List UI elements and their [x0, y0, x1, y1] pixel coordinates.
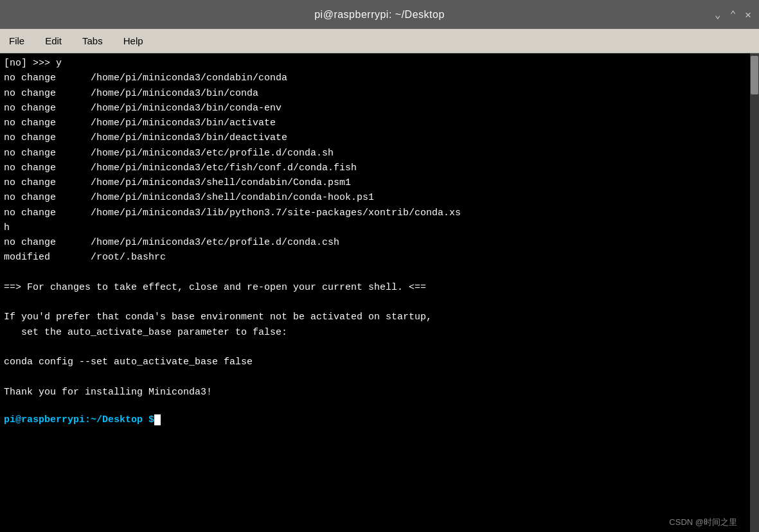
titlebar-controls: ⌄ ⌃ ✕	[715, 8, 751, 21]
minimize-icon[interactable]: ⌄	[715, 8, 721, 21]
terminal-output: [no] >>> y no change /home/pi/miniconda3…	[4, 56, 746, 414]
scrollbar[interactable]	[750, 53, 759, 532]
menubar: File Edit Tabs Help	[0, 29, 759, 53]
titlebar-title: pi@raspberrypi: ~/Desktop	[314, 9, 445, 21]
menu-edit[interactable]: Edit	[41, 33, 66, 49]
titlebar: pi@raspberrypi: ~/Desktop ⌄ ⌃ ✕	[0, 0, 759, 29]
menu-tabs[interactable]: Tabs	[78, 33, 107, 49]
close-icon[interactable]: ✕	[745, 8, 751, 21]
watermark: CSDN @时间之里	[669, 517, 737, 528]
menu-help[interactable]: Help	[120, 33, 147, 49]
maximize-icon[interactable]: ⌃	[730, 8, 737, 21]
scrollbar-thumb[interactable]	[751, 56, 758, 94]
terminal-content[interactable]: [no] >>> y no change /home/pi/miniconda3…	[0, 53, 750, 532]
terminal: [no] >>> y no change /home/pi/miniconda3…	[0, 53, 759, 532]
menu-file[interactable]: File	[5, 33, 28, 49]
